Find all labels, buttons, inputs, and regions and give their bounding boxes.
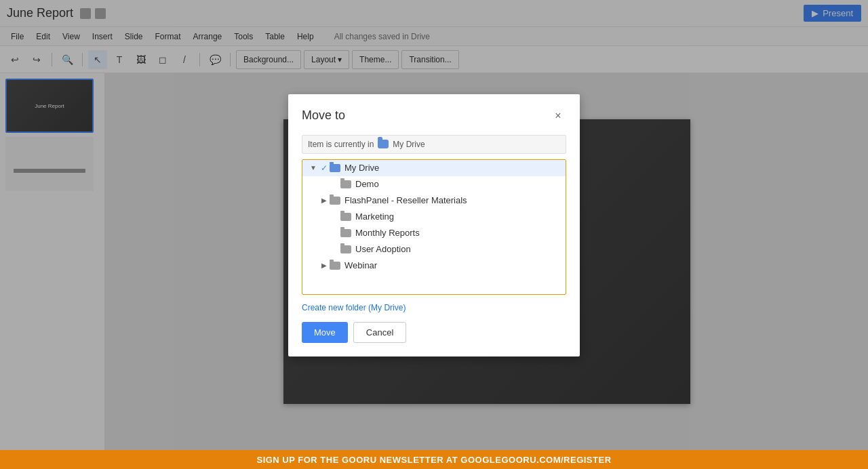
- webinar-label: Webinar: [344, 260, 377, 270]
- tree-item-flashpanel[interactable]: ▶ FlashPanel - Reseller Materials: [302, 192, 566, 209]
- tree-item-mydrive[interactable]: ▼ ✓ My Drive: [302, 160, 566, 176]
- tree-item-user-adoption[interactable]: User Adoption: [302, 241, 566, 258]
- dialog-buttons: Move Cancel: [302, 322, 566, 343]
- location-folder-name: My Drive: [393, 140, 425, 149]
- tree-item-webinar[interactable]: ▶ Webinar: [302, 258, 566, 274]
- dialog-close-button[interactable]: ×: [550, 108, 566, 124]
- flashpanel-folder-icon: [330, 197, 340, 205]
- demo-folder-icon: [340, 180, 351, 188]
- monthly-label: Monthly Reports: [355, 228, 420, 238]
- mydrive-folder-icon: [330, 164, 340, 172]
- cancel-button[interactable]: Cancel: [353, 322, 406, 343]
- useradoption-label: User Adoption: [355, 244, 411, 254]
- location-folder-icon: [378, 140, 389, 148]
- marketing-folder-icon: [340, 213, 351, 221]
- marketing-label: Marketing: [355, 211, 394, 222]
- useradoption-spacer: [330, 244, 340, 255]
- monthly-folder-icon: [340, 229, 351, 237]
- move-button[interactable]: Move: [302, 322, 348, 343]
- mydrive-label: My Drive: [344, 163, 379, 173]
- mydrive-check-icon: ✓: [319, 163, 330, 174]
- bottom-banner: SIGN UP FOR THE GOORU NEWSLETTER AT GOOG…: [0, 450, 868, 469]
- tree-item-marketing[interactable]: Marketing: [302, 209, 566, 225]
- move-dialog: Move to × Item is currently in My Drive …: [288, 94, 580, 356]
- modal-overlay: Move to × Item is currently in My Drive …: [0, 0, 868, 450]
- dialog-header: Move to ×: [302, 108, 566, 124]
- flashpanel-label: FlashPanel - Reseller Materials: [344, 195, 467, 205]
- mydrive-collapse-icon[interactable]: ▼: [308, 163, 319, 174]
- demo-spacer: [330, 179, 340, 190]
- create-folder-link[interactable]: Create new folder (My Drive): [302, 303, 566, 312]
- useradoption-folder-icon: [340, 245, 351, 253]
- tree-item-monthly-reports[interactable]: Monthly Reports: [302, 225, 566, 241]
- flashpanel-expand-icon[interactable]: ▶: [319, 195, 330, 206]
- tree-item-demo[interactable]: Demo: [302, 176, 566, 192]
- banner-text: SIGN UP FOR THE GOORU NEWSLETTER AT GOOG…: [256, 455, 611, 465]
- location-prefix: Item is currently in: [308, 140, 374, 149]
- dialog-title: Move to: [302, 108, 345, 123]
- webinar-folder-icon: [330, 262, 340, 270]
- dialog-location: Item is currently in My Drive: [302, 135, 566, 154]
- file-tree[interactable]: ▼ ✓ My Drive Demo ▶ FlashPanel - Reselle…: [302, 159, 566, 295]
- webinar-expand-icon[interactable]: ▶: [319, 260, 330, 271]
- demo-label: Demo: [355, 179, 379, 189]
- monthly-spacer: [330, 228, 340, 239]
- marketing-spacer: [330, 211, 340, 222]
